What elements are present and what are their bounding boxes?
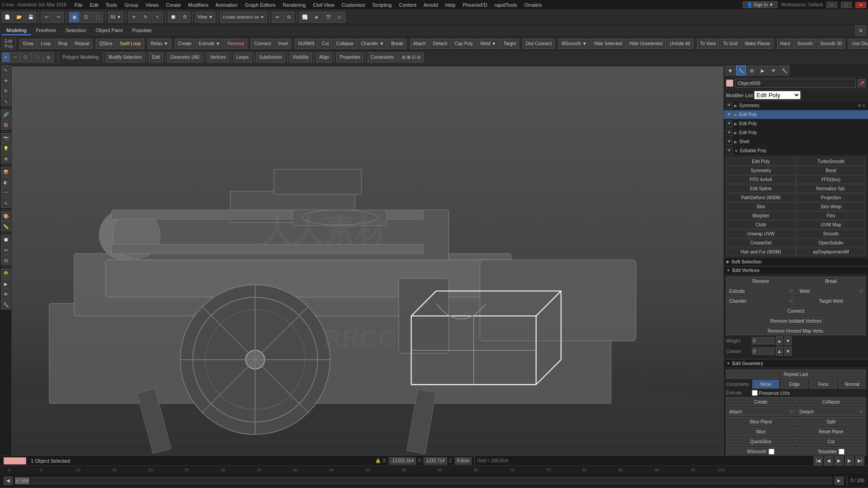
- lt-unlink-btn[interactable]: ⛓: [1, 120, 11, 130]
- angle-snap-btn[interactable]: Θ: [179, 12, 190, 23]
- inset-btn[interactable]: Inset: [275, 39, 292, 49]
- mod-skin-wrap[interactable]: Skin Wrap: [796, 202, 866, 211]
- lt-measure-btn[interactable]: 📏: [1, 221, 11, 231]
- tab-freeform[interactable]: Freeform: [32, 26, 61, 35]
- menu-phoenixfd[interactable]: PhoenixFD: [459, 1, 491, 9]
- obj-color-swatch[interactable]: [726, 80, 733, 87]
- menu-create[interactable]: Create: [162, 1, 184, 9]
- eg-attach-btn[interactable]: Attach □: [726, 407, 796, 416]
- move-btn[interactable]: ✛: [128, 12, 139, 23]
- ring-dropdown[interactable]: Ring: [55, 39, 71, 49]
- attach-btn[interactable]: Attach: [410, 39, 429, 49]
- hierarchy-icon-btn[interactable]: ⊞: [747, 66, 757, 75]
- view-dropdown[interactable]: View ▼: [195, 12, 215, 23]
- menu-graph-editors[interactable]: Graph Editors: [241, 1, 279, 9]
- lt-paint-btn[interactable]: 🎨: [1, 211, 11, 221]
- visibility-label[interactable]: Visibility: [289, 52, 312, 62]
- target-btn[interactable]: Target: [500, 39, 519, 49]
- go-start-btn[interactable]: |◀: [814, 456, 823, 465]
- menu-ornatrix[interactable]: Ornatrix: [521, 1, 546, 9]
- eye-icon-2[interactable]: 👁: [726, 112, 732, 118]
- eg-repeat-last-btn[interactable]: Repeat Last: [726, 370, 866, 379]
- eye-icon-6[interactable]: 👁: [726, 148, 732, 154]
- crease-down-btn[interactable]: ▼: [784, 347, 792, 356]
- lt-mirror-btn[interactable]: ⇔: [1, 245, 11, 255]
- pin-icon-btn[interactable]: 📌: [858, 79, 866, 87]
- mod-edit-poly[interactable]: Edit Poly: [726, 157, 796, 166]
- edit-vertices-header[interactable]: Edit Vertices: [724, 266, 868, 275]
- graph-editors-btn[interactable]: 📈: [299, 12, 310, 23]
- properties-label[interactable]: Properties: [336, 52, 363, 62]
- lt-helper-btn[interactable]: ⊕: [1, 154, 11, 164]
- ev-remove-isolated-btn[interactable]: Remove Isolated Vertices: [726, 316, 866, 325]
- modifier-list-select[interactable]: Edit Poly TurboSmooth Symmetry: [754, 91, 801, 99]
- eg-collapse-btn[interactable]: Collapse: [797, 397, 866, 406]
- mod-cloth[interactable]: Cloth: [726, 221, 796, 229]
- mod-projection[interactable]: Projection: [796, 193, 866, 202]
- stack-item-edit-poly-1[interactable]: 👁 ▶ Edit Poly: [724, 110, 868, 119]
- timeline-thumb[interactable]: 0 / 100: [15, 478, 29, 484]
- tab-populate[interactable]: Populate: [127, 26, 156, 35]
- redo-btn[interactable]: ↪: [53, 12, 64, 23]
- ev-chamfer-btn[interactable]: Chamfer □: [726, 296, 796, 305]
- mod-uvw-map[interactable]: UVW Map: [796, 221, 866, 229]
- repeat-btn[interactable]: Repeat: [71, 39, 92, 49]
- constraints-label[interactable]: Constraints:: [368, 52, 398, 62]
- mod-ffdbox[interactable]: FFD(box): [796, 175, 866, 184]
- stack-item-symmetry[interactable]: 👁 ▶ Symmetry ⚙ ✕: [724, 101, 868, 110]
- mod-opensubdiv[interactable]: OpenSubdiv: [796, 239, 866, 247]
- mod-smooth[interactable]: Smooth: [796, 230, 866, 238]
- use-displace-btn[interactable]: Use Displace: [849, 39, 868, 49]
- menu-arnold[interactable]: Arnold: [420, 1, 442, 9]
- eg-reset-plane-btn[interactable]: Reset Plane: [797, 427, 866, 436]
- hide-unselected-btn[interactable]: Hide Unselected: [626, 39, 665, 49]
- constraint-face-btn[interactable]: Face: [810, 380, 837, 389]
- smooth30-btn[interactable]: Smooth 30: [817, 39, 845, 49]
- hard-btn[interactable]: Hard: [777, 39, 793, 49]
- eg-tesselate-btn[interactable]: Tesselate: [797, 447, 866, 455]
- crease-up-btn[interactable]: ▲: [776, 347, 783, 356]
- lt-shape-btn[interactable]: ◐: [1, 177, 11, 187]
- eye-icon-5[interactable]: 👁: [726, 139, 732, 145]
- mod-bend[interactable]: Bend: [796, 166, 866, 175]
- lt-nurbs-btn[interactable]: ∿: [1, 198, 11, 208]
- geometry-all-label[interactable]: Geometry (All): [167, 52, 203, 62]
- ev-weld-btn[interactable]: Weld □: [797, 286, 866, 296]
- stack-item-edit-poly-3[interactable]: 👁 ▶ Edit Poly: [724, 128, 868, 137]
- sign-in-btn[interactable]: 👤 Sign In ▼: [743, 1, 778, 8]
- border-mode-btn[interactable]: ⬡: [20, 52, 31, 62]
- material-editor-btn[interactable]: ◈: [311, 12, 322, 23]
- eg-slice-plane-btn[interactable]: Slice Plane: [726, 417, 796, 426]
- stack-item-editable-poly[interactable]: 👁 ▼ Editable Poly: [724, 146, 868, 155]
- eg-create-btn[interactable]: Create: [726, 397, 796, 406]
- select-name-btn[interactable]: Ⓢ: [80, 12, 91, 23]
- menu-edit[interactable]: Edit: [86, 1, 102, 9]
- constraint-edge-btn[interactable]: Edge: [781, 380, 808, 389]
- menu-file[interactable]: File: [71, 1, 86, 9]
- tesselate-check[interactable]: [839, 449, 844, 455]
- lt-rotate-btn[interactable]: ↻: [1, 86, 11, 96]
- display-icon-btn[interactable]: 👁: [769, 66, 778, 75]
- menu-content[interactable]: Content: [395, 1, 420, 9]
- timeline-bar[interactable]: 0 / 100: [15, 477, 832, 484]
- lt-select-btn[interactable]: ↖: [1, 65, 11, 75]
- menu-views[interactable]: Views: [142, 1, 162, 9]
- msmooth-check[interactable]: [769, 449, 774, 455]
- ev-extrude-btn[interactable]: Extrude □: [726, 286, 796, 296]
- grow-btn[interactable]: Grow: [19, 39, 37, 49]
- eg-cut-btn[interactable]: Cut: [797, 437, 866, 446]
- ev-break-btn[interactable]: Break: [797, 277, 866, 286]
- detach-btn[interactable]: Detach: [430, 39, 451, 49]
- nurms-btn[interactable]: NURMS: [295, 39, 318, 49]
- viewport[interactable]: [ + ] [ Perspective ] [ Smooth + Highlig…: [12, 64, 723, 455]
- mod-morpher[interactable]: Morpher: [726, 211, 796, 220]
- menu-help[interactable]: Help: [442, 1, 459, 9]
- obj-name-input[interactable]: [735, 79, 856, 88]
- eg-msmooth-btn[interactable]: MSmooth: [726, 447, 796, 455]
- mod-turbosmooth[interactable]: TurboSmooth: [796, 157, 866, 166]
- lt-hierarchy-btn[interactable]: 🌳: [1, 268, 11, 278]
- swift-loop-btn[interactable]: Swift Loop: [117, 39, 144, 49]
- weight-input[interactable]: [752, 337, 774, 344]
- tab-object-paint[interactable]: Object Paint: [91, 26, 127, 35]
- soft-selection-header[interactable]: Soft Selection: [724, 258, 868, 266]
